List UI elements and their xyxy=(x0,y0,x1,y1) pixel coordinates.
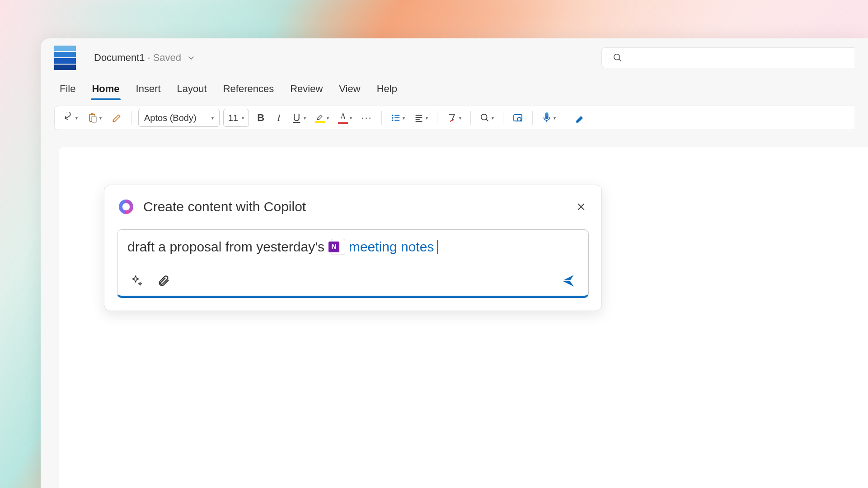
font-size: 11 xyxy=(228,113,238,123)
document-canvas[interactable]: Create content with Copilot draft a prop… xyxy=(59,147,868,488)
chevron-down-icon: ▾ xyxy=(211,116,214,121)
title-bar: Document1 · Saved xyxy=(41,38,868,77)
font-selector[interactable]: Aptos (Body) ▾ xyxy=(138,109,220,127)
tab-home[interactable]: Home xyxy=(90,83,121,99)
tab-review[interactable]: Review xyxy=(288,83,324,99)
bold-button[interactable]: B xyxy=(253,109,269,126)
tab-references[interactable]: References xyxy=(221,83,276,99)
chevron-down-icon: ▾ xyxy=(350,116,352,121)
chevron-down-icon: ▾ xyxy=(99,116,102,121)
svg-rect-10 xyxy=(545,112,548,119)
copilot-icon xyxy=(117,198,135,216)
app-window: Document1 · Saved File Home Insert Layou… xyxy=(41,38,868,488)
toolbar: ▾ ▾ Aptos (Body) ▾ 11 ▾ B I U ▾ ▾ xyxy=(54,106,854,130)
tab-help[interactable]: Help xyxy=(375,83,399,99)
svg-point-4 xyxy=(392,115,394,116)
italic-button[interactable]: I xyxy=(272,109,285,126)
search-input[interactable] xyxy=(601,47,854,68)
highlight-color-indicator xyxy=(315,121,325,123)
copilot-inspire-button[interactable] xyxy=(127,272,146,289)
svg-point-9 xyxy=(517,117,521,121)
chevron-down-icon: ▾ xyxy=(304,116,306,121)
ribbon-tabs: File Home Insert Layout References Revie… xyxy=(41,77,868,99)
tab-file[interactable]: File xyxy=(58,83,77,99)
chevron-down-icon: ▾ xyxy=(426,116,428,121)
clear-format-button[interactable]: ▾ xyxy=(444,109,464,126)
chevron-down-icon[interactable] xyxy=(188,54,195,61)
copilot-prompt-input[interactable]: draft a proposal from yesterday's N meet… xyxy=(117,229,589,298)
bullets-button[interactable]: ▾ xyxy=(388,109,408,126)
close-button[interactable] xyxy=(573,199,589,214)
send-button[interactable] xyxy=(558,272,578,289)
copilot-prompt-text: draft a proposal from yesterday's xyxy=(127,239,324,255)
tab-insert[interactable]: Insert xyxy=(134,83,163,99)
svg-point-6 xyxy=(392,120,394,121)
word-app-icon xyxy=(54,46,76,70)
chevron-down-icon: ▾ xyxy=(554,116,556,121)
underline-button[interactable]: U ▾ xyxy=(288,109,309,126)
font-size-selector[interactable]: 11 ▾ xyxy=(223,109,249,127)
text-cursor xyxy=(437,240,438,254)
document-title[interactable]: Document1 · Saved xyxy=(94,52,195,64)
find-button[interactable]: ▾ xyxy=(477,109,497,126)
onenote-badge-letter: N xyxy=(328,242,339,252)
document-name: Document1 xyxy=(94,52,145,64)
chevron-down-icon: ▾ xyxy=(242,116,244,121)
chevron-down-icon: ▾ xyxy=(459,116,461,121)
accessibility-button[interactable] xyxy=(510,109,526,126)
document-status: Saved xyxy=(153,52,181,64)
highlight-button[interactable]: ▾ xyxy=(312,109,332,126)
svg-point-5 xyxy=(392,117,394,119)
document-separator: · xyxy=(148,52,150,64)
format-painter-button[interactable] xyxy=(108,109,125,126)
onenote-icon: N xyxy=(331,239,345,255)
editor-button[interactable] xyxy=(572,109,589,126)
underline-label: U xyxy=(291,112,302,124)
copilot-title: Create content with Copilot xyxy=(143,199,306,214)
search-icon xyxy=(613,53,623,63)
font-color-letter: A xyxy=(340,112,346,121)
chevron-down-icon: ▾ xyxy=(492,116,494,121)
tab-view[interactable]: View xyxy=(337,83,362,99)
copilot-file-reference[interactable]: meeting notes xyxy=(349,239,434,255)
font-color-indicator xyxy=(338,122,348,124)
tab-layout[interactable]: Layout xyxy=(175,83,209,99)
undo-button[interactable]: ▾ xyxy=(60,109,80,126)
chevron-down-icon: ▾ xyxy=(403,116,405,121)
chevron-down-icon: ▾ xyxy=(75,116,78,121)
chevron-down-icon: ▾ xyxy=(327,116,329,121)
svg-rect-2 xyxy=(91,113,94,115)
copilot-panel: Create content with Copilot draft a prop… xyxy=(104,185,602,311)
font-color-button[interactable]: A ▾ xyxy=(335,109,355,126)
svg-point-7 xyxy=(481,114,487,120)
paste-button[interactable]: ▾ xyxy=(84,109,104,126)
font-name: Aptos (Body) xyxy=(144,113,197,123)
more-formatting-button[interactable]: ··· xyxy=(358,109,375,126)
dictate-button[interactable]: ▾ xyxy=(539,109,558,126)
alignment-button[interactable]: ▾ xyxy=(411,109,431,126)
attach-button[interactable] xyxy=(155,272,173,289)
svg-rect-3 xyxy=(92,116,96,122)
